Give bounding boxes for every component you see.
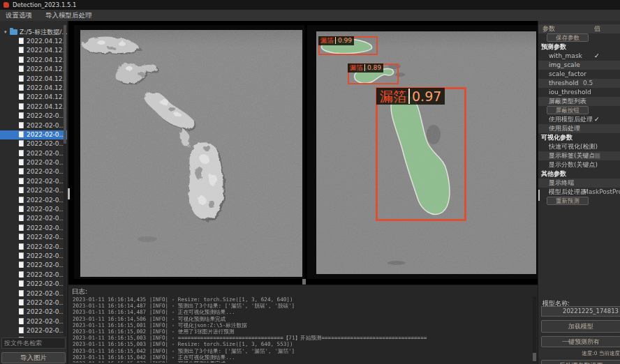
log-line: 2023-01-11 16:16:14,487 |INFO| - 预测出了3个结… xyxy=(73,303,531,309)
tree-file-item[interactable]: 2022-02-0... xyxy=(0,243,67,252)
app-window: Detection_2023.1.5.1 设置选项 导入模型后处理 ▾Z:/5-… xyxy=(0,0,620,364)
predict-all-button[interactable]: 一键预测所有 xyxy=(541,336,620,347)
param-row[interactable]: 屏蔽类型列表 屏蔽类型列表 xyxy=(538,97,620,106)
left-splitter-grip[interactable] xyxy=(68,188,70,199)
load-model-button[interactable]: 加载模型 xyxy=(541,320,620,333)
param-row[interactable]: 屏蔽按钮 屏蔽按钮 xyxy=(538,106,620,115)
tree-file-item[interactable]: 2022.04.12... xyxy=(0,37,67,46)
file-icon xyxy=(19,150,24,156)
tree-file-item[interactable]: 2022-02-0... xyxy=(0,214,67,223)
param-row[interactable]: 显示标签(关键点) 显示标签(关键点) xyxy=(538,151,620,160)
tree-file-item[interactable]: 2022-02-0... xyxy=(0,167,67,176)
param-row[interactable]: 显示分数(关键点) 显示分数(关键点) xyxy=(538,160,620,169)
param-row[interactable]: 可视化参数 可视化参数 xyxy=(538,133,620,142)
scrollbar-thumb[interactable] xyxy=(64,25,66,144)
param-row[interactable]: threshold threshold 0.5 xyxy=(538,79,620,88)
tree-file-item[interactable]: 2022-02-0... xyxy=(0,308,67,317)
file-icon xyxy=(19,280,24,287)
detection-box: 漏箔0.99 xyxy=(318,36,378,55)
tree-file-item[interactable]: 2022-02-0... xyxy=(0,130,67,139)
param-row[interactable]: 保存参数 保存参数 xyxy=(538,33,620,43)
param-value[interactable]: 0.5 xyxy=(583,79,593,88)
tree-root-folder[interactable]: ▾Z:/5-标注数据/... xyxy=(0,28,67,37)
param-checkbox[interactable] xyxy=(594,153,600,159)
tree-file-item[interactable]: 2022.04.12... xyxy=(0,84,67,93)
param-row[interactable]: 快速可视化(检测) 快速可视化(检测) xyxy=(538,142,620,151)
model-name-field[interactable]: 20221225_174813 xyxy=(541,306,620,317)
tree-file-label: 2022-02-0... xyxy=(27,159,65,166)
app-logo-icon xyxy=(3,2,9,8)
tree-file-item[interactable]: 2022-02-0... xyxy=(0,280,67,289)
tree-file-item[interactable]: 2022-02-0... xyxy=(0,289,67,298)
detection-score: 0.89 xyxy=(364,64,381,71)
param-action-button[interactable]: 重新预测 xyxy=(547,197,589,205)
log-line: 2023-01-11 16:16:15,042 |INFO| - 正在可视化预测… xyxy=(73,354,531,361)
file-icon xyxy=(19,140,24,146)
tree-file-item[interactable]: 2022-02-0... xyxy=(0,271,67,280)
param-row[interactable]: scale_factor scale_factor xyxy=(538,70,620,79)
file-icon xyxy=(19,308,24,314)
tree-file-item[interactable]: 2022-02-0... xyxy=(0,149,67,158)
menu-item-settings[interactable]: 设置选项 xyxy=(0,10,38,21)
tree-file-item[interactable]: 2022-02-0... xyxy=(0,177,67,186)
param-checkbox[interactable] xyxy=(594,115,600,124)
param-row[interactable]: 重新预测 重新预测 xyxy=(538,197,620,206)
right-splitter-grip[interactable] xyxy=(538,190,540,201)
tree-file-item[interactable]: 2022-02-0... xyxy=(0,261,67,270)
tree-file-label: 2022-02-0... xyxy=(27,261,65,268)
param-row[interactable]: with_mask with_mask xyxy=(538,52,620,61)
tree-file-item[interactable]: 2022-02-0... xyxy=(0,252,67,261)
tree-file-label: 2022.04.12... xyxy=(27,75,68,82)
tree-file-item[interactable]: 2022.04.12... xyxy=(0,46,67,55)
param-row[interactable]: 使用模型后处理 使用模型后处理 xyxy=(538,115,620,124)
file-search-input[interactable] xyxy=(1,338,66,349)
file-icon xyxy=(19,168,24,174)
tree-file-item[interactable]: 2022-02-0... xyxy=(0,121,67,130)
tree-file-item[interactable]: 2022-02-0... xyxy=(0,298,67,308)
param-row[interactable]: 显示终端 显示终端 xyxy=(538,179,620,188)
prediction-image-panel[interactable]: 漏箔0.99 漏箔0.89 漏箔0.97 xyxy=(307,25,538,279)
tree-file-item[interactable]: 2022-02-0... xyxy=(0,326,67,335)
scrollbar-thumb[interactable] xyxy=(533,353,536,361)
tree-file-item[interactable]: 2022.04.12... xyxy=(0,56,67,65)
tree-file-item[interactable]: 2022-02-0... xyxy=(0,186,67,195)
chevron-down-icon[interactable]: ▾ xyxy=(4,28,10,37)
tree-file-item[interactable]: 2022.04.12... xyxy=(0,75,67,84)
param-action-button[interactable]: 保存参数 xyxy=(547,33,589,42)
tree-file-item[interactable]: 2022-02-0... xyxy=(0,139,67,149)
tree-file-item[interactable]: 2022-02-0... xyxy=(0,196,67,205)
param-row[interactable]: 模型后处理器 模型后处理器 MaskPostPro xyxy=(538,188,620,197)
original-image-panel[interactable] xyxy=(74,25,304,279)
param-row[interactable]: 其他参数 其他参数 xyxy=(538,169,620,179)
tree-file-item[interactable]: 2022-02-0... xyxy=(0,112,67,121)
postprocess-params-button[interactable]: 后处理参数设置 xyxy=(541,360,620,364)
param-row[interactable]: iou_threshold iou_threshold xyxy=(538,88,620,97)
tree-file-item[interactable]: 2022-02-0... xyxy=(0,317,67,326)
param-row[interactable]: 预测参数 预测参数 xyxy=(538,43,620,52)
param-action-button[interactable]: 屏蔽按钮 xyxy=(547,106,589,114)
log-scrollbar[interactable] xyxy=(533,296,536,363)
param-row[interactable]: img_scale img_scale xyxy=(538,61,620,70)
param-label: 快速可视化(检测) xyxy=(538,142,598,151)
log-lines[interactable]: 2023-01-11 16:16:14,435 |INFO| - Resize:… xyxy=(73,296,531,363)
tree-file-item[interactable]: 2022-02-0... xyxy=(0,158,67,167)
tree-file-item[interactable]: 2022.04.12... xyxy=(0,93,67,102)
file-icon xyxy=(19,187,24,193)
file-icon xyxy=(19,38,24,44)
import-images-button[interactable]: 导入图片 xyxy=(1,352,66,363)
tree-file-item[interactable]: 2022.04.12... xyxy=(0,103,67,112)
tree-file-label: 2022-02-0... xyxy=(27,271,65,278)
param-value[interactable]: MaskPostPro xyxy=(583,188,620,197)
param-label: 其他参数 xyxy=(538,170,566,177)
tree-file-item[interactable]: 2022.04.12... xyxy=(0,65,67,74)
tree-file-item[interactable]: 2022-02-0... xyxy=(0,224,67,233)
file-icon xyxy=(19,261,24,268)
param-checkbox[interactable] xyxy=(594,52,600,61)
menu-item-import-model-postprocess[interactable]: 导入模型后处理 xyxy=(40,10,98,21)
detection-box: 漏箔0.97 xyxy=(376,87,466,221)
param-row[interactable]: 使用后处理 使用后处理 xyxy=(538,124,620,133)
tree-file-item[interactable]: 2022-02-0... xyxy=(0,205,67,214)
tree-scrollbar[interactable] xyxy=(64,25,66,336)
param-label: with_mask xyxy=(538,52,582,61)
tree-file-item[interactable]: 2022-02-0... xyxy=(0,233,67,242)
